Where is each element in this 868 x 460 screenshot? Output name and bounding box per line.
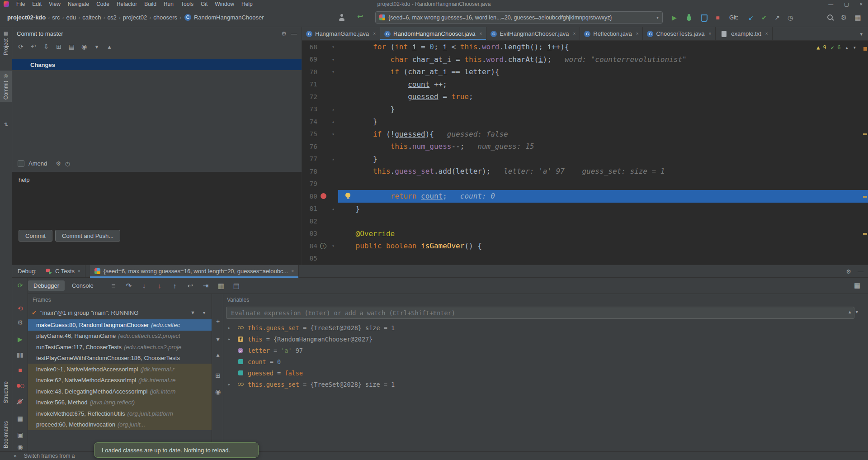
code-line-80[interactable]: 80 return count; count: 0 (302, 190, 868, 203)
refresh-icon[interactable]: ⟳ (15, 41, 27, 52)
fold-marker[interactable]: ▴ (329, 107, 337, 112)
fold-marker[interactable]: ▾ (329, 132, 337, 137)
close-button[interactable]: × (860, 1, 863, 7)
force-step-into-icon[interactable]: ↓ (153, 280, 166, 292)
layout-menu-icon[interactable]: ≡ (107, 280, 120, 292)
group-by-icon[interactable]: ▤ (66, 41, 77, 52)
sidebar-item-project[interactable]: ▦ Project (0, 28, 12, 57)
code-line-72[interactable]: 72 guessed = true; (302, 90, 868, 103)
hide-icon[interactable]: — (291, 30, 297, 37)
editor-tab[interactable]: CEvilHangmanChooser.java× (486, 27, 580, 40)
vcs-back-arrow-icon[interactable]: ↩ (357, 12, 363, 21)
step-out-icon[interactable]: ↑ (169, 280, 181, 292)
menu-git[interactable]: Git (197, 0, 211, 8)
menu-file[interactable]: File (13, 0, 28, 8)
menu-edit[interactable]: Edit (28, 0, 45, 8)
fold-marker[interactable]: ▴ (329, 119, 337, 124)
close-icon[interactable]: × (373, 31, 376, 36)
variable-row[interactable]: ▸fthis = {RandomHangmanChooser@2027} (223, 333, 868, 345)
commit-button[interactable]: Commit (19, 230, 52, 242)
editor-tab[interactable]: CRandomHangmanChooser.java× (380, 27, 486, 40)
variable-row[interactable]: ▸this.guess_set = {TreeSet@2028} size = … (223, 322, 868, 333)
code-line-76[interactable]: 76 this.num_guess--; num_guess: 15 (302, 140, 868, 153)
code-line-77[interactable]: 77▴ } (302, 153, 868, 166)
run-configuration-select[interactable]: {seed=6, max wrong guesses=16, word len.… (375, 11, 663, 24)
mute-breakpoints-icon[interactable] (14, 396, 26, 408)
frame-row[interactable]: runTestGame:117, ChooserTests(edu.caltec… (28, 341, 212, 353)
user-icon[interactable] (338, 14, 345, 21)
menu-navigate[interactable]: Navigate (64, 0, 93, 8)
menu-code[interactable]: Code (93, 0, 113, 8)
show-watches-icon[interactable]: ◉ (212, 386, 223, 397)
code-line-73[interactable]: 73▴ } (302, 103, 868, 116)
code-line-79[interactable]: 79 (302, 178, 868, 190)
notification-balloon[interactable]: Loaded classes are up to date. Nothing t… (94, 442, 259, 458)
error-stripe-mark[interactable] (863, 47, 867, 51)
frame-row[interactable]: playGame:46, HangmanGame(edu.caltech.cs2… (28, 331, 212, 342)
chevron-down-icon[interactable]: ▾ (203, 310, 205, 315)
settings-gear-icon[interactable]: ⚙ (56, 160, 61, 167)
breadcrumb-item[interactable]: edu (66, 14, 77, 21)
step-into-icon[interactable]: ↓ (138, 280, 151, 292)
layout-icon[interactable]: ▦ (851, 280, 863, 291)
shelve-icon[interactable]: ⇩ (40, 41, 52, 52)
editor-tab[interactable]: CReflection.java× (580, 27, 643, 40)
search-icon[interactable] (824, 11, 836, 24)
frame-row[interactable]: proceed:60, MethodInvocation(org.junit..… (28, 419, 212, 431)
code-line-75[interactable]: 75▾ if (!guessed){ guessed: false (302, 128, 868, 141)
code-line-68[interactable]: 68▾ for (int i = 0; i < this.word.length… (302, 41, 868, 53)
menu-refactor[interactable]: Refactor (113, 0, 141, 8)
hidden-tabs-icon[interactable]: ▾ (860, 31, 863, 37)
commit-and-push-button[interactable]: Commit and Push... (55, 230, 120, 242)
fold-marker[interactable]: ▾ (329, 69, 337, 74)
frame-row[interactable]: invoke:62, NativeMethodAccessorImpl(jdk.… (28, 375, 212, 386)
fold-marker[interactable]: ▾ (329, 44, 337, 49)
code-line-83[interactable]: 83 @Override (302, 228, 868, 240)
editor-tab[interactable]: CChooserTests.java× (643, 27, 716, 40)
fold-marker[interactable]: ▴ (329, 206, 337, 211)
breadcrumb-item[interactable]: project02-kdo (6, 14, 47, 21)
frame-row[interactable]: makeGuess:80, RandomHangmanChooser(edu.c… (28, 319, 212, 331)
thread-selector[interactable]: ✔ "main"@1 in group "main": RUNNING ▼ ▾ (28, 306, 212, 319)
step-over-icon[interactable]: ↷ (123, 280, 135, 292)
inspections-widget[interactable]: ▲ 9 ✔ 6 ▴ ▾ (816, 44, 856, 51)
variable-row[interactable]: guessed = false (223, 367, 868, 379)
frame-row[interactable]: invoke0:-1, NativeMethodAccessorImpl(jdk… (28, 364, 212, 375)
code-line-78[interactable]: 78 this.guess_set.add(letter); letter: '… (302, 165, 868, 178)
code-line-70[interactable]: 70▾ if (char_at_i == letter){ (302, 66, 868, 78)
code-editor[interactable]: 68▾ for (int i = 0; i < this.word.length… (302, 41, 868, 265)
close-icon[interactable]: × (78, 269, 80, 274)
menu-run[interactable]: Run (160, 0, 177, 8)
variable-row[interactable]: count = 0 (223, 356, 868, 367)
update-project-icon[interactable]: ↙ (745, 11, 757, 24)
trace-icon[interactable]: ▤ (230, 280, 243, 292)
editor-tab[interactable]: example.txt× (716, 27, 772, 40)
override-marker-icon[interactable]: ↑ (320, 243, 326, 249)
thread-snapshot-icon[interactable]: ▣ (14, 428, 26, 441)
code-line-74[interactable]: 74▴ } (302, 115, 868, 128)
history-icon[interactable]: ◷ (784, 11, 796, 24)
expand-icon[interactable]: ▴ (849, 309, 851, 315)
expander-icon[interactable]: ▸ (228, 382, 236, 387)
duplicate-watch-icon[interactable]: ⊞ (212, 370, 223, 381)
move-down-icon[interactable]: ▾ (212, 334, 223, 345)
maximize-button[interactable]: ▢ (844, 1, 849, 7)
evaluate-expression-input[interactable]: Evaluate expression (Enter) or add a wat… (226, 307, 854, 319)
collapse-icon[interactable]: ▾ (855, 309, 858, 315)
stripe-toggle-icon[interactable]: » (14, 453, 17, 459)
menu-window[interactable]: Window (211, 0, 238, 8)
code-line-81[interactable]: 81▴ } (302, 203, 868, 215)
restore-layout-icon[interactable]: ▦ (14, 412, 26, 424)
fold-marker[interactable]: ▾ (329, 243, 337, 248)
amend-checkbox[interactable] (18, 160, 24, 167)
menu-build[interactable]: Build (141, 0, 160, 8)
close-icon[interactable]: × (291, 269, 294, 274)
debug-icon[interactable] (683, 11, 695, 24)
code-line-69[interactable]: 69▾ char char_at_i = this.word.charAt(i)… (302, 53, 868, 66)
breadcrumb-item[interactable]: caltech (81, 14, 102, 21)
code-line-84[interactable]: 84↑▾ public boolean isGameOver() { (302, 240, 868, 252)
settings-gear-icon[interactable]: ⚙ (838, 11, 850, 24)
history-icon[interactable]: ◷ (65, 160, 70, 167)
expand-all-icon[interactable]: ▾ (91, 41, 103, 52)
coverage-icon[interactable] (697, 11, 709, 24)
